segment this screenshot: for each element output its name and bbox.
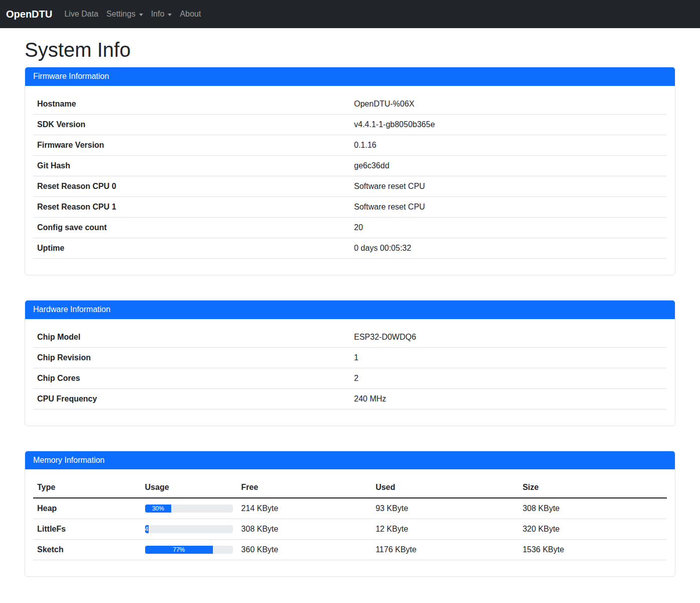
usage-progress-bar: 77% xyxy=(145,546,213,554)
row-value: v4.4.1-1-gb8050b365e xyxy=(350,114,667,135)
memory-type-label: Heap xyxy=(33,498,141,519)
memory-table: Type Usage Free Used Size Heap 30% xyxy=(33,477,667,560)
table-row: Reset Reason CPU 1 Software reset CPU xyxy=(33,196,667,217)
table-row: Firmware Version 0.1.16 xyxy=(33,135,667,155)
row-label: Chip Model xyxy=(33,327,350,348)
row-value: 1 xyxy=(350,347,667,368)
navbar-menu: Live Data Settings Info About xyxy=(60,6,205,23)
row-label: Git Hash xyxy=(33,155,350,176)
row-label: Reset Reason CPU 0 xyxy=(33,176,350,196)
table-row: LittleFs 4% 308 KByte 12 KByte 320 KByte xyxy=(33,519,667,540)
usage-progress-track: 30% xyxy=(145,505,234,513)
memory-card-header: Memory Information xyxy=(25,451,675,470)
row-value: OpenDTU-%06X xyxy=(350,94,667,115)
row-label: Firmware Version xyxy=(33,135,350,155)
memory-used-value: 12 KByte xyxy=(372,519,519,540)
nav-item-live-data[interactable]: Live Data xyxy=(60,6,102,23)
row-value: 20 xyxy=(350,217,667,238)
nav-item-info[interactable]: Info xyxy=(147,6,176,23)
memory-size-value: 1536 KByte xyxy=(519,540,667,560)
nav-item-label: About xyxy=(180,10,201,19)
table-row: Config save count 20 xyxy=(33,217,667,238)
memory-type-label: LittleFs xyxy=(33,519,141,540)
memory-free-value: 360 KByte xyxy=(237,540,372,560)
column-header-usage: Usage xyxy=(141,477,238,498)
row-label: Hostname xyxy=(33,94,350,115)
chevron-down-icon xyxy=(168,14,172,16)
memory-usage-cell: 4% xyxy=(141,519,238,540)
memory-size-value: 308 KByte xyxy=(519,498,667,519)
row-label: Chip Cores xyxy=(33,368,350,388)
memory-free-value: 214 KByte xyxy=(237,498,372,519)
memory-card-body: Type Usage Free Used Size Heap 30% xyxy=(25,469,675,576)
table-row: SDK Version v4.4.1-1-gb8050b365e xyxy=(33,114,667,135)
memory-used-value: 1176 KByte xyxy=(372,540,519,560)
column-header-used: Used xyxy=(372,477,519,498)
memory-usage-cell: 30% xyxy=(141,498,238,519)
nav-item-about[interactable]: About xyxy=(176,6,205,23)
table-row: Chip Cores 2 xyxy=(33,368,667,388)
table-row: Reset Reason CPU 0 Software reset CPU xyxy=(33,176,667,196)
memory-used-value: 93 KByte xyxy=(372,498,519,519)
firmware-card-body: Hostname OpenDTU-%06X SDK Version v4.4.1… xyxy=(25,86,675,275)
navbar: OpenDTU Live Data Settings Info About xyxy=(0,0,700,28)
column-header-size: Size xyxy=(519,477,667,498)
firmware-table: Hostname OpenDTU-%06X SDK Version v4.4.1… xyxy=(33,94,667,259)
row-value: ESP32-D0WDQ6 xyxy=(350,327,667,348)
firmware-card-header: Firmware Information xyxy=(25,67,675,86)
hardware-information-card: Hardware Information Chip Model ESP32-D0… xyxy=(25,300,675,426)
column-header-type: Type xyxy=(33,477,141,498)
row-value: 240 MHz xyxy=(350,388,667,409)
row-label: Reset Reason CPU 1 xyxy=(33,196,350,217)
row-label: Config save count xyxy=(33,217,350,238)
memory-size-value: 320 KByte xyxy=(519,519,667,540)
nav-item-label: Live Data xyxy=(64,10,98,19)
memory-free-value: 308 KByte xyxy=(237,519,372,540)
row-value: ge6c36dd xyxy=(350,155,667,176)
firmware-information-card: Firmware Information Hostname OpenDTU-%0… xyxy=(25,67,675,275)
memory-information-card: Memory Information Type Usage Free Used xyxy=(25,451,675,577)
usage-progress-bar: 4% xyxy=(145,525,149,533)
hardware-card-body: Chip Model ESP32-D0WDQ6 Chip Revision 1 … xyxy=(25,319,675,426)
page-title: System Info xyxy=(25,38,675,62)
usage-progress-bar: 30% xyxy=(145,505,172,513)
nav-item-label: Info xyxy=(151,10,165,19)
row-value: 0.1.16 xyxy=(350,135,667,155)
usage-progress-track: 4% xyxy=(145,525,234,533)
row-value: Software reset CPU xyxy=(350,196,667,217)
navbar-brand[interactable]: OpenDTU xyxy=(6,9,52,20)
main-content: System Info Firmware Information Hostnam… xyxy=(19,38,681,577)
row-value: 0 days 00:05:32 xyxy=(350,238,667,258)
table-row: Hostname OpenDTU-%06X xyxy=(33,94,667,115)
row-label: Uptime xyxy=(33,238,350,258)
table-row: Uptime 0 days 00:05:32 xyxy=(33,238,667,258)
memory-type-label: Sketch xyxy=(33,540,141,560)
table-row: Chip Model ESP32-D0WDQ6 xyxy=(33,327,667,348)
usage-progress-track: 77% xyxy=(145,546,234,554)
table-row: Sketch 77% 360 KByte 1176 KByte 1536 KBy… xyxy=(33,540,667,560)
row-label: SDK Version xyxy=(33,114,350,135)
nav-item-label: Settings xyxy=(106,10,136,19)
table-row: Chip Revision 1 xyxy=(33,347,667,368)
memory-table-header-row: Type Usage Free Used Size xyxy=(33,477,667,498)
row-value: Software reset CPU xyxy=(350,176,667,196)
row-label: CPU Frequency xyxy=(33,388,350,409)
nav-item-settings[interactable]: Settings xyxy=(102,6,147,23)
chevron-down-icon xyxy=(139,14,143,16)
row-label: Chip Revision xyxy=(33,347,350,368)
memory-usage-cell: 77% xyxy=(141,540,238,560)
table-row: Git Hash ge6c36dd xyxy=(33,155,667,176)
row-value: 2 xyxy=(350,368,667,388)
column-header-free: Free xyxy=(237,477,372,498)
hardware-card-header: Hardware Information xyxy=(25,300,675,319)
table-row: CPU Frequency 240 MHz xyxy=(33,388,667,409)
table-row: Heap 30% 214 KByte 93 KByte 308 KByte xyxy=(33,498,667,519)
hardware-table: Chip Model ESP32-D0WDQ6 Chip Revision 1 … xyxy=(33,327,667,410)
